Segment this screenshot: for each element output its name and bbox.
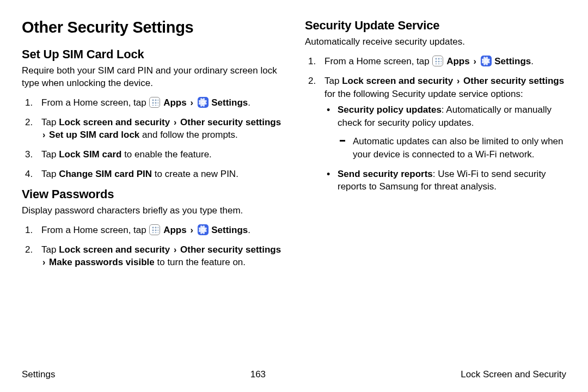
- chevron-right-icon: ›: [174, 118, 176, 127]
- bold-text: Change SIM card PIN: [59, 169, 152, 179]
- bold-text: Other security settings: [180, 117, 281, 127]
- step-text: Tap: [41, 117, 59, 127]
- step-text: From a Home screen, tap: [41, 225, 149, 235]
- step-text: and follow the prompts.: [139, 130, 237, 140]
- bold-text: Send security reports: [338, 169, 433, 179]
- list-item: Tap Lock screen and security › Other sec…: [22, 243, 283, 270]
- content-columns: Other Security Settings Set Up SIM Card …: [22, 19, 566, 275]
- page-title: Other Security Settings: [22, 19, 283, 36]
- step-text: Tap: [324, 76, 342, 86]
- list-item: Tap Lock screen and security › Other sec…: [22, 116, 283, 142]
- list-item: From a Home screen, tap Apps › Settings.: [22, 96, 283, 109]
- settings-label: Settings: [211, 97, 248, 108]
- chevron-right-icon: ›: [174, 245, 176, 254]
- chevron-right-icon: ›: [190, 225, 193, 235]
- chevron-right-icon: ›: [473, 57, 476, 66]
- desc-view-passwords: Display password characters briefly as y…: [22, 205, 283, 217]
- left-column: Other Security Settings Set Up SIM Card …: [22, 19, 283, 275]
- list-item: Security policy updates: Automatically o…: [324, 103, 566, 161]
- chevron-right-icon: ›: [42, 130, 45, 139]
- list-item: From a Home screen, tap Apps › Settings.: [305, 55, 566, 68]
- period: .: [248, 225, 250, 235]
- page-footer: Settings 163 Lock Screen and Security: [22, 369, 566, 380]
- step-text: to create a new PIN.: [152, 169, 238, 179]
- steps-sim-lock: From a Home screen, tap Apps › Settings.…: [22, 96, 283, 181]
- chevron-right-icon: ›: [190, 98, 193, 107]
- apps-label: Apps: [446, 56, 470, 66]
- dash-list: Automatic updates can also be limited to…: [338, 135, 566, 161]
- period: .: [531, 56, 534, 66]
- step-text: to turn the feature on.: [155, 257, 246, 267]
- apps-icon: [149, 97, 160, 108]
- step-text: Tap: [41, 244, 59, 255]
- heading-sim-lock: Set Up SIM Card Lock: [22, 47, 283, 62]
- apps-icon: [432, 56, 443, 66]
- settings-label: Settings: [211, 225, 248, 235]
- list-item: Send security reports: Use Wi-Fi to send…: [324, 168, 566, 194]
- bold-text: Lock screen and security: [59, 244, 170, 255]
- bold-text: Lock SIM card: [59, 149, 121, 160]
- heading-security-update: Security Update Service: [305, 19, 566, 33]
- list-item: Tap Lock SIM card to enable the feature.: [22, 148, 283, 161]
- chevron-right-icon: ›: [457, 76, 460, 85]
- apps-icon: [149, 224, 160, 235]
- right-column: Security Update Service Automatically re…: [305, 19, 566, 275]
- step-text: to enable the feature.: [121, 149, 211, 160]
- bold-text: Other security settings: [180, 244, 281, 255]
- step-text: Tap: [41, 169, 59, 179]
- chevron-right-icon: ›: [42, 258, 45, 267]
- footer-page-number: 163: [250, 369, 266, 380]
- list-item: From a Home screen, tap Apps › Settings.: [22, 224, 283, 237]
- list-item: Tap Lock screen and security › Other sec…: [305, 75, 566, 193]
- desc-sim-lock: Require both your SIM card PIN and your …: [22, 65, 283, 90]
- heading-view-passwords: View Passwords: [22, 187, 283, 201]
- settings-icon: [198, 224, 209, 235]
- desc-security-update: Automatically receive security updates.: [305, 36, 566, 48]
- bold-text: Lock screen and security: [342, 76, 453, 86]
- list-item: Tap Change SIM card PIN to create a new …: [22, 168, 283, 181]
- period: .: [248, 97, 250, 108]
- step-text: From a Home screen, tap: [324, 56, 432, 66]
- settings-icon: [198, 97, 209, 108]
- step-text: From a Home screen, tap: [41, 97, 149, 108]
- footer-left: Settings: [22, 369, 55, 380]
- step-text: Tap: [41, 149, 59, 160]
- bold-text: Lock screen and security: [59, 117, 170, 127]
- step-text: for the following Security update servic…: [324, 89, 523, 99]
- list-item: Automatic updates can also be limited to…: [338, 135, 566, 161]
- dash-text: Automatic updates can also be limited to…: [353, 136, 564, 160]
- apps-label: Apps: [163, 97, 187, 108]
- settings-icon: [481, 56, 492, 66]
- apps-label: Apps: [163, 225, 187, 235]
- footer-right: Lock Screen and Security: [461, 369, 566, 380]
- bullet-list: Security policy updates: Automatically o…: [324, 103, 566, 193]
- bold-text: Security policy updates: [338, 105, 442, 115]
- bold-text: Make passwords visible: [49, 257, 155, 267]
- steps-view-passwords: From a Home screen, tap Apps › Settings.…: [22, 224, 283, 269]
- settings-label: Settings: [494, 56, 531, 66]
- steps-security-update: From a Home screen, tap Apps › Settings.…: [305, 55, 566, 193]
- bold-text: Other security settings: [463, 76, 564, 86]
- bold-text: Set up SIM card lock: [49, 130, 139, 140]
